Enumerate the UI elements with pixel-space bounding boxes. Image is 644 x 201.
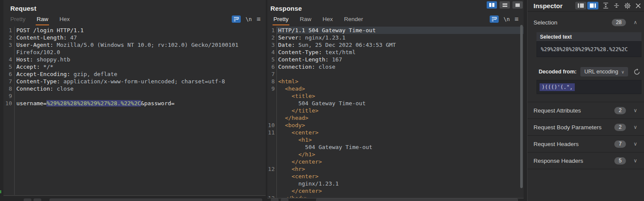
line-number: 5 <box>267 56 275 63</box>
request-panel: Request PrettyRawHex \n ≡ 1POST /login H… <box>3 0 266 196</box>
response-editor-toolbar: \n ≡ <box>490 15 518 23</box>
code-line: 2Content-Length: 47 <box>3 34 266 41</box>
request-tabs: PrettyRawHex <box>10 16 70 24</box>
code-line: 12 <hr> <box>267 165 524 173</box>
word-wrap-toggle-icon[interactable] <box>232 15 241 23</box>
inspector-settings-gear-icon[interactable] <box>624 2 631 9</box>
tab-pretty[interactable]: Pretty <box>10 16 25 24</box>
code-line: 5Accept: */* <box>3 63 266 70</box>
line-number: 1 <box>3 27 12 34</box>
search-prev-button[interactable] <box>24 198 31 201</box>
request-editor[interactable]: 1POST /login HTTP/1.12Content-Length: 47… <box>3 27 266 195</box>
inspector-section-request-headers[interactable]: Request Headers7∨ <box>527 136 644 152</box>
tab-hex[interactable]: Hex <box>322 16 333 24</box>
view-layout-buttons <box>487 1 523 9</box>
code-line: nginx/1.23.1 <box>267 180 524 187</box>
show-newlines-toggle-icon[interactable]: \n <box>503 16 509 22</box>
line-number: 10 <box>3 100 12 107</box>
inspector-header-icons <box>575 2 641 9</box>
collapse-all-icon[interactable] <box>613 2 620 9</box>
chevron-down-icon: ∨ <box>633 141 638 147</box>
tab-render[interactable]: Render <box>344 16 363 24</box>
tab-hex[interactable]: Hex <box>59 16 70 24</box>
layout-columns-icon[interactable] <box>487 1 497 9</box>
request-editor-toolbar: \n ≡ <box>232 15 261 23</box>
search-next-button[interactable] <box>34 198 41 201</box>
line-number: 13 <box>267 195 275 198</box>
inspector-close-icon[interactable] <box>635 3 641 9</box>
tab-pretty[interactable]: Pretty <box>273 16 288 24</box>
search-next-button[interactable] <box>281 198 288 201</box>
selection-section-header[interactable]: Selection 28 ∧ <box>527 17 644 27</box>
code-line: 3Date: Sun, 25 Dec 2022 06:43:53 GMT <box>267 41 524 49</box>
line-number: 6 <box>3 70 12 78</box>
line-number: 8 <box>3 85 12 92</box>
code-line: </h1> <box>267 151 524 158</box>
selected-text-label: Selected text <box>537 32 641 41</box>
inspector-section-request-attributes[interactable]: Request Attributes2∨ <box>527 102 644 119</box>
response-tabs: PrettyRawHexRender <box>273 16 363 24</box>
section-count-badge: 2 <box>614 124 626 131</box>
code-line: 504 Gateway Time-out <box>267 143 524 151</box>
chevron-down-icon: ∨ <box>633 124 638 130</box>
show-newlines-toggle-icon[interactable]: \n <box>245 16 251 22</box>
decoded-text-value: )((()'(.", <box>540 83 575 91</box>
code-line: 11 <center> <box>267 129 524 136</box>
decoded-from-dropdown[interactable]: URL encoding ∨ <box>580 67 628 76</box>
decoded-from-selected-option: URL encoding <box>584 69 618 75</box>
code-line: <title> <box>267 92 524 100</box>
dock-left-icon[interactable] <box>575 2 586 9</box>
code-line: </title> <box>267 107 524 114</box>
inspector-panel: Inspector <box>527 0 644 201</box>
editor-menu-icon[interactable]: ≡ <box>257 17 261 21</box>
inspector-sections: Request Attributes2∨Request Body Paramet… <box>527 102 644 169</box>
code-line: 10username=%29%28%28%28%29%27%28.%22%2C&… <box>3 100 266 107</box>
tab-raw[interactable]: Raw <box>300 16 311 24</box>
code-line: Firefox/102.0 <box>3 49 266 56</box>
section-label: Request Body Parameters <box>534 124 614 131</box>
layout-single-icon[interactable] <box>512 1 523 9</box>
code-line: 13 </body> <box>267 195 524 198</box>
response-editor[interactable]: 1HTTP/1.1 504 Gateway Time-out2Server: n… <box>267 27 524 198</box>
line-number: 4 <box>3 56 12 63</box>
response-scrollbar[interactable] <box>520 25 523 188</box>
request-search-input[interactable] <box>49 198 262 201</box>
burp-repeater-view: Request PrettyRawHex \n ≡ 1POST /login H… <box>0 0 644 201</box>
decoded-from-label: Decoded from: <box>539 69 577 75</box>
code-line: <center> <box>267 173 524 180</box>
chevron-down-icon: ∨ <box>621 70 624 74</box>
section-label: Request Headers <box>534 141 614 147</box>
section-label: Request Attributes <box>534 107 614 114</box>
line-number: 3 <box>3 41 12 49</box>
response-panel: Response PrettyRawHexRender \n ≡ 1HTTP/1… <box>267 0 524 198</box>
section-count-badge: 7 <box>614 140 626 148</box>
inspector-section-response-headers[interactable]: Response Headers5∨ <box>527 152 644 169</box>
layout-rows-icon[interactable] <box>500 1 510 9</box>
code-line: </center> <box>267 187 524 195</box>
search-prev-button[interactable] <box>271 198 279 201</box>
code-line: 9 <head> <box>267 85 524 92</box>
line-number: 5 <box>3 63 12 70</box>
chevron-up-icon: ∧ <box>633 19 638 25</box>
tab-raw[interactable]: Raw <box>37 16 48 24</box>
inspector-header: Inspector <box>527 0 644 12</box>
selection-count-badge: 28 <box>612 19 626 26</box>
code-line: 504 Gateway Time-out <box>267 100 524 107</box>
dock-right-icon[interactable] <box>587 2 598 9</box>
editor-menu-icon[interactable]: ≡ <box>515 17 518 21</box>
expand-all-icon[interactable] <box>602 2 609 9</box>
code-line: 3User-Agent: Mozilla/5.0 (Windows NT 10.… <box>3 41 266 49</box>
line-number: 4 <box>267 49 275 56</box>
inspector-section-request-body-parameters[interactable]: Request Body Parameters2∨ <box>527 119 644 136</box>
line-number: 12 <box>267 165 275 173</box>
line-number: 8 <box>267 78 275 85</box>
code-line: 8<html> <box>267 78 524 85</box>
response-search-input[interactable] <box>316 198 518 201</box>
decoded-text-box: )((()'(.", <box>537 80 641 94</box>
reencode-circular-arrow-icon[interactable] <box>633 68 641 76</box>
code-line: 4Host: shoppy.htb <box>3 56 266 63</box>
code-line: </head> <box>267 114 524 122</box>
response-panel-title: Response <box>270 5 302 12</box>
word-wrap-toggle-icon[interactable] <box>490 15 499 23</box>
code-line: 10 <body> <box>267 122 524 129</box>
